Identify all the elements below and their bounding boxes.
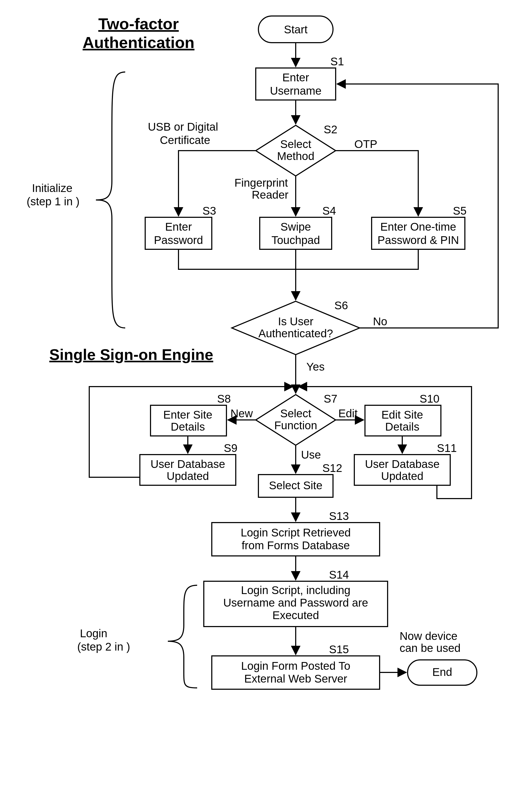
s4-line1: Swipe [281,221,311,233]
s9-line2: Updated [167,470,209,482]
tag-s7: S7 [324,392,337,405]
s15-line1: Login Form Posted To [241,660,350,672]
s14-line3: Executed [272,609,319,621]
end-label: End [432,666,452,678]
s6-line1: Is User [278,315,313,328]
s10-line1: Edit Site [382,408,423,421]
lbl-usb2: Certificate [160,134,210,146]
s5-line2: Password & PIN [378,234,459,246]
s1-line1: Enter [282,71,309,84]
s2-line1: Select [280,138,312,150]
tag-s10: S10 [420,392,439,405]
tag-s12: S12 [322,462,342,474]
side1-line1: Initialize [32,182,72,194]
s2-line2: Method [277,150,314,162]
tag-s6: S6 [334,299,348,312]
flowchart: Two-factor Authentication Start S1 Enter… [0,0,532,810]
tag-s1: S1 [330,55,344,68]
s13-line1: Login Script Retrieved [240,526,351,539]
tag-s11: S11 [437,442,457,454]
s12-line1: Select Site [269,479,322,492]
s11-line1: User Database [365,458,439,470]
s10-line2: Details [385,420,419,433]
start-label: Start [284,23,308,36]
s15-line2: External Web Server [244,673,347,685]
side2-line1: Login [80,627,107,639]
lbl-usb1: USB or Digital [148,120,218,133]
s14-line2: Username and Password are [223,596,368,609]
tag-s15: S15 [329,643,349,655]
title-line1: Two-factor [98,15,179,33]
s5-line1: Enter One-time [380,221,456,233]
tag-s8: S8 [217,392,231,405]
tag-s4: S4 [322,205,336,217]
title-line2: Authentication [83,34,195,51]
tag-s13: S13 [329,510,349,522]
s14-line1: Login Script, including [241,584,351,596]
lbl-otp: OTP [354,138,377,150]
tag-s3: S3 [202,205,216,217]
brace-login [168,585,197,688]
s8-line2: Details [171,420,205,433]
brace-initialize [96,72,125,328]
tag-s9: S9 [224,442,237,454]
lbl-nowdevice2: can be used [400,642,461,654]
section2-title: Single Sign-on Engine [49,346,213,363]
s3-line1: Enter [165,221,192,233]
s1-line2: Username [270,84,321,97]
lbl-new: New [230,407,253,420]
tag-s5: S5 [453,205,466,217]
edge-s2-s5 [336,151,418,216]
lbl-use: Use [301,449,321,461]
s8-line1: Enter Site [163,408,212,421]
s6-line2: Authenticated? [259,327,333,340]
lbl-nowdevice1: Now device [400,630,458,642]
lbl-yes: Yes [306,360,325,373]
side2-line2: (step 2 in ) [77,641,130,653]
s11-line2: Updated [381,470,423,482]
lbl-fp2: Reader [252,189,288,201]
s7-line1: Select [280,407,312,420]
edge-s5-merge [296,249,418,269]
edge-s6-no [337,84,498,328]
lbl-fp1: Fingerprint [234,177,288,189]
side1-line2: (step 1 in ) [27,195,79,208]
edge-s3-merge [179,249,296,269]
lbl-no: No [373,315,387,328]
lbl-edit: Edit [338,407,358,420]
s9-line1: User Database [150,458,225,470]
s13-line2: from Forms Database [242,539,350,552]
tag-s2: S2 [324,123,337,136]
s3-line2: Password [154,234,203,246]
tag-s14: S14 [329,568,349,581]
s7-line2: Function [274,419,317,432]
s4-line2: Touchpad [271,234,320,246]
